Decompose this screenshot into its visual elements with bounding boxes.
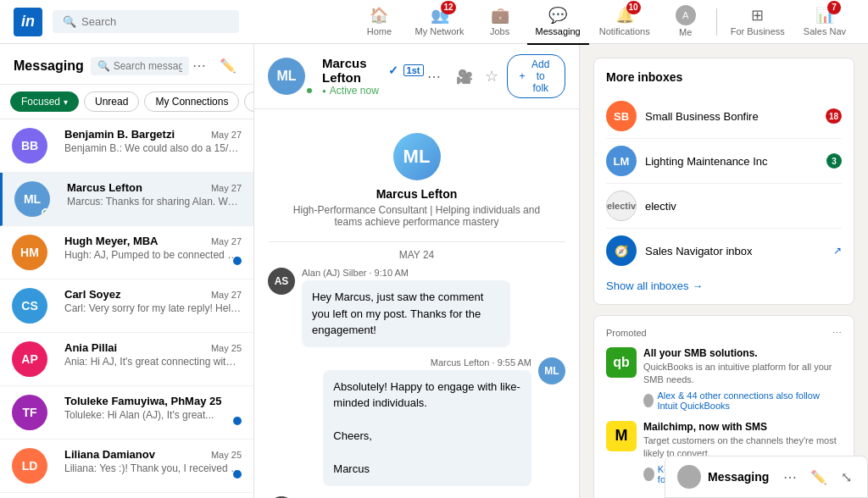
message-preview: Carl: Very sorry for my late reply! Hell… — [64, 302, 242, 314]
nav-salesnav[interactable]: 📊 7 Sales Nav — [795, 0, 854, 45]
more-options-btn[interactable]: ⋯ — [189, 54, 209, 77]
profile-card-avatar: ML — [393, 133, 441, 180]
compose-btn[interactable]: ✏️ — [216, 54, 240, 77]
nav-business[interactable]: ⊞ For Business — [722, 0, 793, 45]
search-icon: 🔍 — [63, 15, 76, 28]
linkedin-logo[interactable]: in — [14, 8, 42, 36]
messaging-header: Messaging 🔍 ⋯ ✏️ — [0, 44, 253, 85]
filter-unread[interactable]: Unread — [84, 91, 139, 112]
inbox-item[interactable]: electiv electiv — [606, 184, 842, 229]
inbox-avatar: 🧭 — [606, 235, 637, 266]
main-layout: Messaging 🔍 ⋯ ✏️ Focused Unread My Conne… — [0, 44, 868, 498]
contact-avatar: CS — [12, 288, 47, 324]
unread-indicator — [233, 257, 242, 265]
inbox-item[interactable]: LM Lighting Maintenance Inc 3 — [606, 139, 842, 184]
contact-avatar: HM — [12, 235, 47, 270]
home-label: Home — [367, 26, 392, 36]
nav-messaging[interactable]: 💬 Messaging — [527, 0, 589, 45]
search-input[interactable] — [81, 15, 229, 28]
bubble-content: Marcus Lefton · 9:55 AM Absolutely! Happ… — [323, 357, 531, 486]
name-row: Liliana Damianov May 25 — [64, 448, 242, 461]
contact-avatar: ML — [14, 181, 50, 217]
promo-item-qb[interactable]: qb All your SMB solutions. QuickBooks is… — [606, 347, 842, 411]
nav-jobs[interactable]: 💼 Jobs — [475, 0, 526, 45]
filter-inmail[interactable]: InMail — [244, 91, 253, 112]
conv-actions: ⋯ 🎥 ☆ + Add to folk — [424, 54, 566, 98]
nav-me[interactable]: A Me — [660, 0, 711, 46]
conversation-item[interactable]: LD Liliana Damianov May 25 Liliana: Yes … — [0, 440, 253, 493]
conv-contact-info: ML Marcus Lefton ✓ 1st Active now — [268, 56, 424, 97]
more-btn[interactable]: ⋯ — [424, 65, 444, 88]
bottom-compose-btn[interactable]: ✏️ — [807, 466, 831, 489]
qb-icon: qb — [606, 347, 637, 378]
notifications-badge: 10 — [626, 1, 641, 14]
message-meta: Alan (AJ) Silber · 9:10 AM — [302, 268, 510, 278]
bottom-msg-avatar — [677, 465, 701, 489]
add-folk-btn[interactable]: + Add to folk — [507, 54, 566, 98]
message-preview: Benjamin B.: We could also do a 15/20min… — [64, 142, 242, 154]
message-preview: Ania: Hi AJ, It's great connecting with … — [64, 356, 242, 368]
message-search-input[interactable] — [114, 60, 182, 72]
nav-notifications[interactable]: 🔔 10 Notifications — [591, 0, 659, 45]
inbox-item[interactable]: SB Small Business Bonfire 18 — [606, 94, 842, 139]
inbox-avatar: electiv — [606, 191, 637, 221]
messages-area[interactable]: ML Marcus Lefton High-Performance Consul… — [254, 109, 579, 498]
name-row: Hugh Meyer, MBA May 27 — [64, 235, 242, 247]
search-box[interactable]: 🔍 — [53, 10, 239, 33]
video-btn[interactable]: 🎥 — [453, 65, 476, 88]
conversation-item[interactable]: SK Sindre Kaupang May 25 Sindre: We help… — [0, 493, 253, 498]
message-date: May 25 — [211, 450, 242, 460]
bottom-expand-btn[interactable]: ⤡ — [837, 466, 855, 489]
me-label: Me — [679, 27, 692, 37]
salesnav-badge: 7 — [827, 1, 841, 14]
inbox-badge: 3 — [826, 153, 842, 169]
message-list: BB Benjamin B. Bargetzi May 27 Benjamin … — [0, 119, 253, 498]
bottom-messaging-bar[interactable]: Messaging ⋯ ✏️ ⤡ — [665, 456, 868, 498]
star-btn[interactable]: ☆ — [485, 67, 498, 86]
contact-name: Toluleke Famuyiwa, PhMay 25 — [64, 395, 221, 407]
message-date: May 25 — [211, 343, 242, 353]
add-icon: + — [520, 70, 526, 82]
name-row: Toluleke Famuyiwa, PhMay 25 — [64, 395, 242, 407]
contact-name: Liliana Damianov — [64, 448, 155, 461]
conversation-item[interactable]: BB Benjamin B. Bargetzi May 27 Benjamin … — [0, 119, 253, 173]
conversation-item[interactable]: ML Marcus Lefton May 27 Marcus: Thanks f… — [0, 173, 253, 226]
show-all-inboxes-btn[interactable]: Show all inboxes → — [606, 273, 703, 292]
business-icon: ⊞ — [751, 6, 764, 25]
contact-avatar: TF — [12, 395, 47, 430]
promo-title-qb: All your SMB solutions. — [643, 347, 842, 359]
contact-name: Carl Soyez — [64, 288, 120, 301]
filter-my-connections[interactable]: My Connections — [144, 91, 239, 112]
message-search-wrap[interactable]: 🔍 — [91, 57, 189, 75]
sender-name: Alan (AJ) Silber — [302, 268, 366, 278]
conversation-item[interactable]: CS Carl Soyez May 27 Carl: Very sorry fo… — [0, 279, 253, 333]
message-content: Benjamin B. Bargetzi May 27 Benjamin B.:… — [64, 128, 242, 154]
name-row: Ania Pillai May 25 — [64, 341, 242, 354]
filter-focused[interactable]: Focused — [10, 91, 79, 112]
business-label: For Business — [731, 26, 785, 36]
message-date: May 27 — [211, 130, 242, 140]
conv-avatar-wrap: ML — [268, 58, 314, 95]
nav-divider — [716, 8, 717, 36]
name-row: Carl Soyez May 27 — [64, 288, 242, 301]
nav-home[interactable]: 🏠 Home — [353, 0, 404, 45]
logo-text: in — [21, 13, 35, 30]
conversation-item[interactable]: TF Toluleke Famuyiwa, PhMay 25 Toluleke:… — [0, 386, 253, 440]
conversation-item[interactable]: HM Hugh Meyer, MBA May 27 Hugh: AJ, Pump… — [0, 226, 253, 279]
network-label: My Network — [415, 26, 464, 36]
message-row: AS Alan (AJ) Silber · 9:10 AM Hey Marcus… — [268, 268, 565, 347]
filter-tabs: Focused Unread My Connections InMail Sta… — [0, 85, 253, 119]
message-time: 9:10 AM — [375, 268, 409, 278]
bottom-more-btn[interactable]: ⋯ — [780, 466, 800, 489]
profile-card-name: Marcus Lefton — [281, 187, 552, 201]
inbox-item[interactable]: 🧭 Sales Navigator inbox ↗ — [606, 229, 842, 273]
date-divider: MAY 24 — [268, 242, 565, 268]
conversation-item[interactable]: AP Ania Pillai May 25 Ania: Hi AJ, It's … — [0, 333, 253, 386]
sender-avatar: ML — [538, 357, 565, 385]
conversation-panel: ML Marcus Lefton ✓ 1st Active now ⋯ 🎥 ☆ — [254, 44, 580, 498]
electiv-logo-text: electiv — [606, 199, 637, 213]
nav-network[interactable]: 👥 12 My Network — [406, 0, 472, 45]
degree-badge: 1st — [403, 64, 424, 76]
inbox-badge: 18 — [826, 108, 842, 124]
jobs-label: Jobs — [490, 26, 509, 36]
